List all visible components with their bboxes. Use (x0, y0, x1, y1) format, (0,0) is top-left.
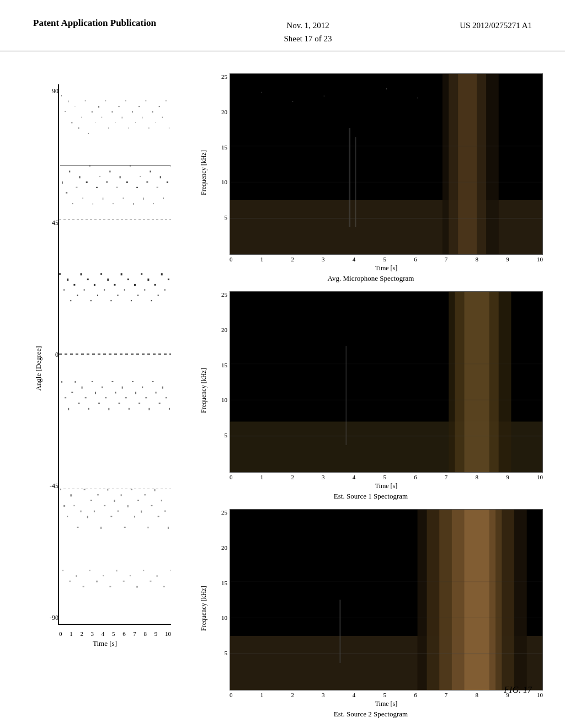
svg-rect-154 (121, 494, 122, 496)
x-label-9: 9 (154, 630, 158, 637)
svg-rect-198 (324, 95, 324, 97)
svg-rect-8 (78, 127, 79, 129)
svg-rect-128 (145, 397, 147, 398)
svg-rect-112 (92, 381, 93, 382)
svg-rect-105 (68, 408, 69, 410)
svg-rect-30 (152, 111, 153, 113)
svg-rect-174 (96, 581, 98, 582)
spec1-x-axis: 0 1 2 3 4 5 6 7 8 9 10 (230, 255, 543, 264)
x-label-10: 10 (165, 630, 171, 637)
svg-rect-60 (140, 176, 141, 176)
svg-rect-161 (144, 494, 146, 495)
svg-rect-23 (129, 127, 129, 129)
svg-rect-118 (111, 381, 113, 382)
svg-rect-160 (141, 511, 142, 513)
spec2-y-labels: 25 20 15 10 5 0 (210, 291, 230, 490)
svg-rect-49 (103, 197, 103, 200)
svg-rect-75 (77, 295, 78, 296)
svg-rect-78 (87, 279, 89, 280)
angle-scatter-svg (59, 84, 171, 624)
svg-rect-143 (84, 489, 86, 490)
svg-rect-172 (83, 586, 84, 587)
angle-plot-container: Angle [Degree] 90 45 0 -45 -90 (33, 79, 177, 658)
svg-rect-67 (163, 197, 164, 199)
svg-rect-17 (108, 127, 109, 129)
svg-rect-48 (99, 176, 100, 176)
svg-rect-28 (145, 100, 146, 101)
svg-rect-74 (73, 284, 75, 286)
svg-rect-4 (65, 111, 66, 112)
svg-rect-51 (109, 170, 110, 172)
svg-rect-150 (107, 489, 108, 491)
svg-rect-184 (163, 586, 165, 587)
svg-rect-120 (119, 403, 120, 404)
svg-rect-44 (86, 181, 88, 183)
svg-rect-34 (166, 100, 167, 101)
spec3-x-axis: 0 1 2 3 4 5 6 7 8 9 10 (230, 690, 543, 699)
svg-rect-88 (121, 273, 122, 275)
svg-rect-11 (88, 133, 89, 134)
svg-rect-165 (158, 516, 159, 517)
svg-rect-87 (118, 295, 119, 296)
svg-rect-162 (147, 527, 148, 528)
svg-rect-125 (135, 392, 136, 394)
svg-rect-132 (159, 403, 161, 404)
svg-rect-18 (111, 111, 113, 113)
svg-rect-72 (67, 279, 68, 281)
svg-rect-95 (144, 290, 145, 291)
svg-rect-116 (105, 397, 106, 398)
angle-x-title: Time [s] (93, 639, 117, 648)
svg-rect-5 (68, 100, 68, 102)
svg-rect-108 (78, 403, 80, 404)
spec1-x-title: Time [s] (230, 264, 543, 272)
spec2-x-title: Time [s] (230, 482, 543, 490)
svg-rect-113 (95, 392, 96, 394)
svg-rect-53 (116, 187, 118, 188)
svg-rect-206 (345, 346, 347, 445)
spec1-title: Avg. Microphone Spectogram (199, 274, 543, 283)
spectrogram-2: Frequency [kHz] 25 20 15 10 5 0 (199, 291, 543, 501)
svg-rect-13 (95, 122, 95, 122)
svg-rect-171 (76, 575, 77, 577)
svg-rect-86 (114, 284, 115, 286)
svg-rect-32 (159, 106, 160, 107)
svg-rect-80 (94, 284, 95, 286)
svg-rect-16 (105, 100, 106, 101)
svg-rect-64 (153, 203, 154, 204)
spectrogram-1: Frequency [kHz] 25 20 15 10 5 0 (199, 73, 543, 283)
svg-rect-62 (146, 181, 148, 183)
svg-rect-9 (82, 117, 82, 118)
svg-rect-26 (138, 106, 140, 107)
svg-rect-147 (97, 494, 99, 495)
svg-rect-148 (100, 527, 102, 529)
svg-rect-185 (170, 570, 170, 571)
svg-rect-199 (386, 88, 387, 89)
svg-rect-33 (162, 117, 163, 118)
publication-title: Patent Application Publication (33, 17, 156, 30)
svg-rect-168 (168, 527, 169, 529)
svg-rect-45 (89, 165, 90, 167)
svg-rect-216 (465, 510, 489, 690)
svg-rect-137 (63, 505, 65, 507)
angle-plot-panel: Angle [Degree] 90 45 0 -45 -90 (22, 68, 188, 719)
svg-rect-110 (85, 397, 87, 398)
svg-rect-89 (124, 290, 125, 291)
svg-rect-96 (147, 279, 149, 281)
svg-rect-175 (103, 575, 104, 576)
svg-rect-65 (157, 187, 158, 188)
svg-rect-85 (110, 300, 111, 301)
svg-rect-98 (154, 284, 156, 286)
svg-rect-27 (142, 117, 142, 119)
svg-rect-178 (123, 581, 125, 582)
svg-rect-99 (158, 295, 159, 296)
svg-rect-40 (72, 203, 73, 204)
svg-rect-76 (81, 273, 82, 275)
svg-rect-12 (92, 111, 93, 113)
svg-rect-97 (151, 300, 152, 301)
x-label-6: 6 (122, 630, 126, 637)
svg-rect-129 (148, 408, 150, 410)
svg-rect-82 (100, 273, 102, 275)
svg-rect-139 (70, 494, 72, 496)
svg-rect-126 (138, 403, 140, 404)
publication-date: Nov. 1, 2012 (284, 19, 332, 32)
